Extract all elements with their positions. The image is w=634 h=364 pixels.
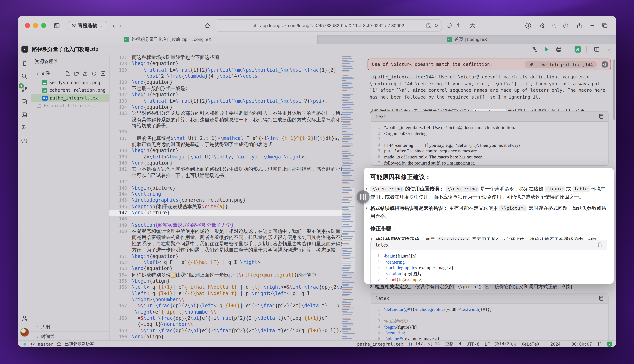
editor-line[interactable]: 129 \mathcal L=\frac{1}{2}\partial^\mu\p…	[109, 67, 342, 73]
editor-line[interactable]: 150在凝聚态和统计物理中所使用的场论一般是非相对论场论，在这类问题中，我们一般…	[109, 228, 342, 235]
sidebar-toggle-icon[interactable]	[52, 20, 62, 30]
increase-text-button[interactable]: 大	[470, 22, 475, 29]
copy-icon[interactable]	[598, 114, 604, 119]
editor-line[interactable]: 138\begin{equation}	[109, 148, 342, 154]
external-libraries-item[interactable]: External Libraries	[31, 102, 109, 110]
downloads-icon[interactable]	[524, 20, 533, 30]
translate-icon[interactable]: A	[426, 23, 431, 28]
print-icon[interactable]	[554, 44, 564, 54]
editor-line[interactable]: 131不过最一般的形式一般是:	[109, 86, 342, 92]
tab-project[interactable]: >_ 路径积分量子化入门攻略.zip - LoongTeX	[18, 35, 318, 44]
editor-line[interactable]: 们取正负无穷远的时间都是基态，于是就得到了生成泛函的表达式：	[109, 142, 342, 148]
profile-button[interactable]: ⚒ 青橙造物 ⌄	[68, 21, 107, 30]
user-avatar[interactable]	[20, 328, 29, 337]
editor-line[interactable]: 139 Z=\left<\Omega |\hat U(+\infty,-\inf…	[109, 154, 342, 160]
editor-line[interactable]: 158 =&\int \frac{dp}{2\pi}e^{-i\frac{p^2…	[109, 315, 342, 322]
editor-line[interactable]: 符给切成了臊子。	[109, 123, 342, 129]
file-item-Keldysh_contour.png[interactable]: Keldysh_contour.png	[31, 79, 109, 86]
upload-icon[interactable]	[82, 70, 88, 76]
editor-line[interactable]: m\psi^2-\frac{\lambda}{4!}\psi^4+\cdots.	[109, 73, 342, 80]
eol-setting[interactable]: LF	[485, 342, 490, 346]
tab-home[interactable]: >_ 首页 | LoongTeX	[318, 35, 616, 44]
zoom-window-button[interactable]	[41, 23, 46, 28]
cursor-position[interactable]: 行 147, 列 14	[408, 341, 440, 347]
files-icon[interactable]	[20, 60, 28, 67]
ai-explain-button[interactable]: ʌ|	[602, 62, 608, 68]
editor-line[interactable]: 145\includegraphics{coherent_relation.pn…	[109, 197, 342, 204]
editor-line[interactable]: 136	[109, 129, 342, 135]
editor-line[interactable]: 142	[109, 179, 342, 185]
home-button[interactable]	[202, 20, 212, 30]
editor-line[interactable]: 132\begin{equation}	[109, 92, 342, 98]
minimap[interactable]	[342, 54, 355, 340]
new-tab-icon[interactable]: +	[590, 22, 594, 29]
editor-line[interactable]: 128\begin{equation}	[109, 61, 342, 67]
editor-line[interactable]: 方便。为了进一步说明这个问题，我们还是以自由粒子的量子力学问题为例进行计算，考虑…	[109, 247, 342, 253]
code-editor[interactable]: 127而这种标量场拉氏量经常包含下面这些项128\begin{equation}…	[109, 54, 342, 340]
editor-line[interactable]: 144\centering	[109, 191, 342, 198]
forward-button[interactable]: ›	[119, 21, 122, 30]
search-icon[interactable]	[20, 72, 28, 80]
invite-user-icon[interactable]	[20, 314, 28, 322]
editor-line[interactable]: 147\end{picture}	[109, 210, 342, 216]
log-page-icon[interactable]	[597, 342, 602, 346]
info-icon[interactable]: ⓘ	[447, 22, 452, 29]
minimize-window-button[interactable]	[33, 23, 38, 28]
reload-icon[interactable]: ↻	[434, 22, 438, 28]
refresh-icon[interactable]	[92, 70, 97, 76]
history-clock-icon[interactable]: ◷	[563, 22, 568, 29]
close-window-button[interactable]	[25, 23, 30, 28]
editor-line[interactable]: \right>e^{-ipq_l}\nonumber\\	[109, 309, 342, 315]
source-control-icon[interactable]: 1	[20, 85, 28, 93]
editor-line[interactable]: 160\end{align}	[109, 334, 342, 340]
indent-setting[interactable]: 空格: 4	[445, 341, 462, 347]
new-file-icon[interactable]	[65, 70, 70, 76]
editor-line[interactable]: \left< q_{l+1}| e^{-i\hat H\delta t} | p…	[109, 290, 342, 297]
editor-line[interactable]: \right>\nonumber\\	[109, 297, 342, 303]
editor-line[interactable]: 130\end{equation}	[109, 80, 342, 86]
copy-icon[interactable]	[597, 242, 603, 248]
engine[interactable]: XeLaTeX	[522, 342, 540, 346]
editor-line[interactable]: 134\end{equation}	[109, 104, 342, 110]
back-button[interactable]: ‹	[113, 21, 115, 30]
timeline-section[interactable]: › 时间线	[31, 332, 109, 341]
editor-line[interactable]: {-ipq_l}\nonumber\\	[109, 322, 342, 328]
error-location-pill[interactable]: …the_integral.tex ,144	[525, 61, 597, 68]
editor-line[interactable]: 156\left< q_{l+1}| e^{-i\hat H\delta t} …	[109, 284, 342, 290]
new-folder-icon[interactable]	[74, 70, 79, 76]
images-icon[interactable]	[20, 111, 28, 118]
file-item-pathe_integral.tex[interactable]: TEXpathe_integral.tex	[31, 94, 109, 102]
git-branch-name[interactable]: master	[38, 342, 53, 346]
bookmark-star-icon[interactable]: ☆	[551, 22, 557, 29]
editor-line[interactable]: 127而这种标量场拉氏量经常包含下面这些项	[109, 54, 342, 61]
settings-gear-icon[interactable]: ⚙	[539, 22, 545, 29]
editor-line[interactable]: 133 \mathcal L=\frac{1}{2}\partial^\mu\p…	[109, 98, 342, 104]
error-banner[interactable]: Use of \pictur@ doesn't match its defini…	[368, 59, 611, 70]
compile-run-button[interactable]	[544, 47, 549, 52]
editor-line[interactable]: 155\begin{align}	[109, 278, 342, 284]
editor-line[interactable]: 148	[109, 216, 342, 222]
decrease-text-button[interactable]: 小	[456, 22, 460, 28]
traffic-lights[interactable]	[25, 23, 46, 28]
status-filename[interactable]: pathe_integral.tex	[357, 342, 403, 346]
editor-line[interactable]: 149\section{哈密顿量形式的路径积分量子力学}	[109, 222, 342, 228]
split-view-icon[interactable]	[592, 44, 602, 54]
editor-line[interactable]: 152 \left< q_F | e^{-i\hat HT} | q_I \ri…	[109, 260, 342, 266]
editor-line[interactable]: 而是用哈密顿量去构造作用量。两者有着微妙的不同，拉氏量的形式很方便用来刻画具有洛…	[109, 234, 342, 241]
panel-drag-handle[interactable]	[356, 190, 370, 203]
ai-assistant-icon[interactable]: ʌ|	[574, 46, 581, 52]
panel-scrollbar[interactable]	[614, 60, 616, 120]
editor-line[interactable]: 伴可以自己试着推一下，也可以翻翻场论书。	[109, 172, 342, 179]
tasks-check-icon[interactable]	[20, 98, 28, 106]
page-indicator[interactable]: 第14/25页	[495, 341, 516, 347]
copy-icon[interactable]	[598, 296, 604, 301]
share-icon[interactable]	[574, 20, 584, 30]
files-tree-header[interactable]: ∨ 文件	[36, 70, 106, 76]
tab-overview-icon[interactable]	[600, 20, 610, 30]
outline-section[interactable]: › 大纲	[31, 322, 109, 332]
encoding[interactable]: UTF-8	[466, 342, 480, 346]
editor-line[interactable]: 没有具体解释系数的计算。我们这里还是稍微总结一下，我们得到生成泛函的方式实际上是…	[109, 117, 342, 123]
editor-line[interactable]: 137一般的演化算符是$\hat U(t_2,t_1)=\mathcal T e…	[109, 135, 342, 142]
editor-line[interactable]: 153\end{equation}	[109, 266, 342, 272]
file-item-coherent_relation.png[interactable]: coherent_relation.png	[31, 86, 109, 94]
